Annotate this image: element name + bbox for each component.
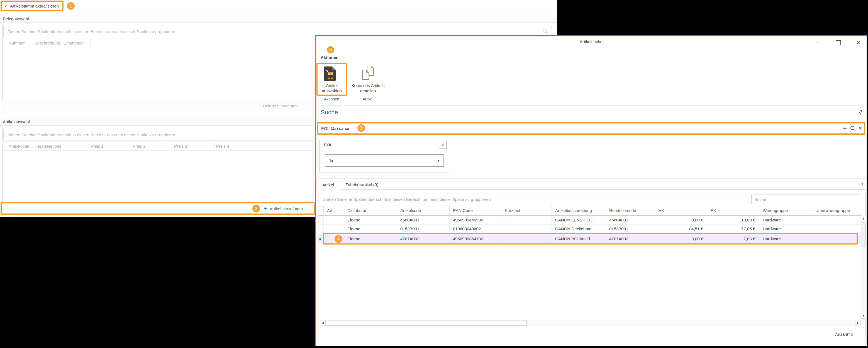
- ribbon-tab-aktionen[interactable]: Aktionen: [321, 55, 338, 60]
- arrow-left-icon: ◀: [322, 321, 324, 324]
- table-row-selected[interactable]: ▶ Eigene 4707A002 4960999864792 - CANON …: [318, 235, 861, 243]
- artikel-section-title: Artikelauswahl: [3, 119, 30, 124]
- ribbon-group-artikel: Artikel: [348, 97, 388, 101]
- beleg-groupby-hint: Ziehen Sie eine Spaltenüberschrift in di…: [7, 29, 175, 34]
- annotation-number: 1: [70, 4, 72, 9]
- maximize-icon: [836, 40, 841, 45]
- close-icon: ✕: [858, 126, 862, 131]
- vertical-scrollbar[interactable]: ▲ ▼: [861, 216, 866, 319]
- vertical-scroll-thumb[interactable]: [862, 222, 866, 246]
- tabstrip-dropdown-icon[interactable]: ▼: [861, 182, 864, 185]
- beleg-column-empfaenger[interactable]: Empfänger: [62, 39, 91, 47]
- annotation-circle-2: 2: [252, 205, 260, 212]
- update-master-checkbox[interactable]: ✓: [4, 4, 8, 8]
- kopie-erstellen-label-line2: erstellen: [348, 88, 388, 94]
- add-filter-icon[interactable]: +: [841, 124, 849, 132]
- grid-header-row: Art Distributor Artikelcode EAN Code Kur…: [318, 205, 861, 216]
- close-icon: ✕: [441, 143, 444, 147]
- ribbon-group-aktionen: Aktionen: [316, 97, 347, 101]
- artikel-column-preis2[interactable]: Preis 2: [131, 142, 173, 150]
- arrow-right-icon: ▶: [857, 321, 859, 324]
- kopie-erstellen-button[interactable]: Kopie des Artikels erstellen: [348, 63, 388, 96]
- grid-indicator-column: [318, 205, 324, 215]
- tabs-top-border: [316, 178, 867, 179]
- kopie-erstellen-label-line1: Kopie des Artikels: [348, 83, 388, 88]
- eol-value-dropdown[interactable]: Ja ▼: [325, 154, 444, 167]
- beleg-section-title: Belegauswahl: [3, 16, 29, 21]
- grid-column-unterwarengruppe[interactable]: Unterwarengruppe: [812, 205, 861, 215]
- beleg-indicator-column: [2, 39, 7, 47]
- tab-zubehoerartikel[interactable]: Zubehörartikel (0): [340, 180, 383, 189]
- table-row[interactable]: Eigene 0153B001 013803049602 - CANON Dec…: [318, 224, 861, 233]
- grid-column-kurztext[interactable]: Kurztext: [501, 205, 552, 215]
- results-grid-panel: Ziehen Sie eine Spaltenüberschrift in di…: [318, 192, 866, 343]
- grid-column-art[interactable]: Art: [324, 205, 344, 215]
- tab-artikel[interactable]: Artikel: [316, 180, 340, 190]
- artikel-auswaehlen-label-line2: auswählen: [316, 88, 347, 94]
- ribbon-group-separator: [404, 64, 404, 102]
- scroll-up-button[interactable]: ▲: [861, 216, 866, 221]
- grid-column-warengruppe[interactable]: Warengruppe: [760, 205, 812, 215]
- horizontal-scrollbar[interactable]: ◀ ▶: [320, 320, 861, 326]
- grid-column-ek[interactable]: EK: [707, 205, 760, 215]
- beleg-section-header: Belegauswahl: [0, 15, 557, 23]
- artikel-column-preis4[interactable]: Preis 4: [215, 142, 256, 150]
- eol-filter-panel: EOL ✕ Ja ▼: [319, 140, 449, 172]
- eol-value: Ja: [329, 158, 437, 163]
- table-row[interactable]: Eigene 4660A001 4960999440996 - CANON LE…: [318, 216, 861, 224]
- scroll-right-button[interactable]: ▶: [855, 320, 861, 326]
- scroll-left-button[interactable]: ◀: [320, 320, 326, 326]
- tabstrip-bottom-border: [316, 189, 866, 190]
- beleg-search-icon[interactable]: [542, 28, 549, 35]
- annotation-number: 5: [330, 47, 332, 52]
- artikelsuche-dialog: Artikelsuche – ✕ 5 Aktionen Artikel ausw…: [315, 35, 867, 346]
- beleg-column-nummer[interactable]: Nummer: [7, 39, 33, 47]
- add-beleg-label: Belege hinzufügen: [263, 103, 298, 108]
- plus-icon: +: [264, 206, 267, 212]
- eol-filter-close-button[interactable]: ✕: [439, 141, 446, 149]
- grid-status-strip: Anzahl=3: [318, 327, 866, 343]
- artikel-auswaehlen-button[interactable]: Artikel auswählen: [316, 63, 347, 96]
- artikel-column-herstellercode[interactable]: Herstellercode: [33, 142, 89, 150]
- grid-column-artikelbeschreibung[interactable]: Artikelbeschreibung: [552, 205, 606, 215]
- pin-icon[interactable]: [859, 110, 863, 115]
- eol-filter-header: [319, 140, 449, 150]
- cart-icon: [323, 66, 336, 81]
- grid-column-artikelcode[interactable]: Artikelcode: [397, 205, 450, 215]
- plus-icon: +: [257, 103, 260, 109]
- ribbon-bottom-border: [316, 105, 867, 106]
- run-search-icon[interactable]: [850, 126, 856, 132]
- artikel-column-artikelcode[interactable]: Artikelcode: [7, 142, 33, 150]
- clear-search-icon[interactable]: ✕: [857, 125, 864, 132]
- annotation-number: 2: [255, 206, 257, 211]
- grid-search-input[interactable]: [751, 194, 861, 204]
- maximize-button[interactable]: [833, 38, 843, 47]
- update-master-checkbox-label: Artikelstamm aktualisieren: [10, 4, 59, 8]
- beleg-column-beschreibung[interactable]: Beschreibung: [33, 39, 62, 47]
- grid-column-distributor[interactable]: Distributor: [344, 205, 397, 215]
- status-count: Anzahl=3: [835, 332, 853, 337]
- plus-icon: +: [843, 124, 847, 132]
- grid-column-ean-code[interactable]: EAN Code: [450, 205, 501, 215]
- copy-icon: [360, 65, 376, 82]
- horizontal-scroll-thumb[interactable]: [327, 320, 527, 326]
- artikel-groupby-hint: Ziehen Sie eine Spaltenüberschrift in di…: [7, 132, 175, 137]
- minimize-button[interactable]: –: [813, 38, 823, 47]
- scroll-down-button[interactable]: ▼: [861, 313, 866, 318]
- search-query-input[interactable]: [318, 123, 864, 134]
- artikel-column-preis1[interactable]: Preis 1: [89, 142, 131, 150]
- add-artikel-label: Artikel hinzufügen: [270, 206, 303, 211]
- annotation-circle-1: 1: [67, 2, 75, 10]
- artikel-column-preis3[interactable]: Preis 3: [173, 142, 215, 150]
- arrow-down-icon: ▼: [862, 314, 865, 317]
- eol-filter-title: EOL: [324, 142, 332, 147]
- annotation-circle-5: 5: [327, 46, 334, 54]
- minimize-icon: –: [816, 39, 820, 46]
- close-icon: ✕: [856, 39, 861, 46]
- ribbon-group-divider: [348, 97, 348, 102]
- close-button[interactable]: ✕: [853, 38, 863, 47]
- grid-column-herstellercode[interactable]: Herstellercode: [606, 205, 655, 215]
- grid-groupby-hint: Ziehen Sie eine Spaltenüberschrift in di…: [323, 197, 491, 202]
- grid-column-vk[interactable]: VK: [655, 205, 707, 215]
- dialog-title: Artikelsuche: [316, 39, 867, 44]
